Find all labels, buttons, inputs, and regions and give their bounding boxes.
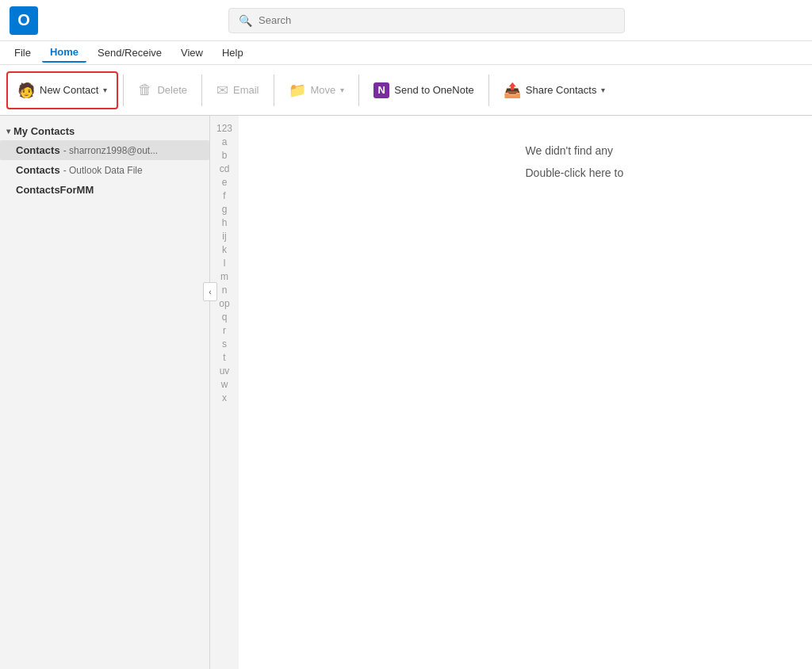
ribbon-divider-4 — [358, 75, 359, 106]
alpha-n[interactable]: n — [219, 284, 231, 296]
sidebar: ▾ My Contacts Contacts - sharronz1998@ou… — [0, 116, 210, 669]
send-to-onenote-button[interactable]: N Send to OneNote — [364, 71, 483, 109]
my-contacts-section[interactable]: ▾ My Contacts — [0, 122, 209, 140]
share-contacts-chevron-icon: ▾ — [601, 86, 605, 94]
menu-item-send-receive[interactable]: Send/Receive — [90, 44, 170, 62]
share-icon: 📤 — [504, 82, 521, 99]
contacts-email-sub: - sharronz1998@out... — [63, 145, 159, 156]
alpha-cd[interactable]: cd — [216, 162, 233, 175]
alpha-m[interactable]: m — [217, 270, 232, 283]
sidebar-item-contacts-mm[interactable]: ContactsForMM — [0, 180, 209, 200]
delete-label: Delete — [157, 84, 187, 96]
sidebar-item-contacts-email[interactable]: Contacts - sharronz1998@out... — [0, 140, 209, 160]
sidebar-collapse-button[interactable]: ‹ — [203, 282, 217, 301]
move-label: Move — [311, 84, 336, 96]
ribbon-divider-2 — [201, 75, 202, 106]
person-add-icon: 🧑 — [17, 82, 35, 99]
send-to-onenote-label: Send to OneNote — [394, 84, 473, 96]
alpha-op[interactable]: op — [216, 297, 232, 310]
move-button[interactable]: 📁 Move ▾ — [279, 71, 354, 109]
main-layout: ▾ My Contacts Contacts - sharronz1998@ou… — [0, 116, 812, 669]
alpha-r[interactable]: r — [220, 324, 229, 337]
alpha-q[interactable]: q — [219, 311, 231, 323]
empty-line1: We didn't find any — [526, 140, 813, 162]
section-collapse-icon: ▾ — [6, 127, 10, 136]
title-bar: O 🔍 — [0, 0, 812, 41]
folder-icon: 📁 — [289, 82, 306, 99]
alpha-uv[interactable]: uv — [216, 365, 233, 377]
new-contact-chevron-icon: ▾ — [103, 86, 107, 94]
content-area: We didn't find any Double-click here to — [239, 116, 812, 669]
alpha-t[interactable]: t — [220, 351, 228, 364]
alpha-g[interactable]: g — [219, 203, 231, 216]
new-contact-label: New Contact — [40, 84, 98, 96]
alpha-l[interactable]: l — [220, 257, 229, 270]
search-bar[interactable]: 🔍 — [228, 8, 625, 33]
contacts-outlook-name: Contacts — [16, 164, 60, 176]
delete-button[interactable]: 🗑 Delete — [128, 71, 197, 109]
empty-line2: Double-click here to — [526, 162, 813, 184]
menu-item-home[interactable]: Home — [42, 43, 86, 63]
share-contacts-label: Share Contacts — [526, 84, 597, 96]
menu-item-view[interactable]: View — [173, 44, 211, 62]
onenote-icon: N — [373, 82, 389, 98]
contacts-mm-name: ContactsForMM — [16, 184, 94, 196]
search-input[interactable] — [259, 14, 615, 26]
alpha-index: 123 a b cd e f g h ij k l m n op q r s t… — [210, 116, 239, 669]
ribbon-divider-1 — [123, 75, 124, 106]
menu-item-help[interactable]: Help — [214, 44, 251, 62]
email-label: Email — [233, 84, 259, 96]
share-contacts-button[interactable]: 📤 Share Contacts ▾ — [494, 71, 615, 109]
ribbon-divider-5 — [488, 75, 489, 106]
empty-state: We didn't find any Double-click here to — [526, 140, 813, 184]
move-chevron-icon: ▾ — [340, 86, 344, 94]
email-button[interactable]: ✉ Email — [207, 71, 269, 109]
contacts-outlook-sub: - Outlook Data File — [63, 165, 143, 176]
alpha-x[interactable]: x — [219, 392, 230, 404]
alpha-123[interactable]: 123 — [213, 122, 236, 135]
alpha-b[interactable]: b — [219, 149, 231, 162]
ribbon: 🧑 New Contact ▾ 🗑 Delete ✉ Email 📁 Move … — [0, 65, 812, 116]
new-contact-button[interactable]: 🧑 New Contact ▾ — [6, 71, 118, 109]
alpha-k[interactable]: k — [219, 243, 230, 256]
sidebar-item-contacts-outlook[interactable]: Contacts - Outlook Data File — [0, 160, 209, 180]
menu-bar: File Home Send/Receive View Help — [0, 41, 812, 65]
contacts-email-name: Contacts — [16, 144, 60, 156]
trash-icon: 🗑 — [138, 82, 152, 98]
alpha-w[interactable]: w — [218, 378, 232, 391]
alpha-ij[interactable]: ij — [219, 230, 229, 243]
alpha-a[interactable]: a — [219, 136, 231, 148]
menu-item-file[interactable]: File — [6, 44, 39, 62]
section-label: My Contacts — [13, 125, 75, 137]
envelope-icon: ✉ — [216, 82, 228, 99]
alpha-f[interactable]: f — [220, 189, 228, 202]
alpha-h[interactable]: h — [219, 216, 231, 229]
outlook-logo: O — [10, 6, 38, 35]
search-icon: 🔍 — [239, 14, 252, 27]
alpha-s[interactable]: s — [219, 338, 230, 350]
alpha-e[interactable]: e — [219, 176, 231, 189]
ribbon-divider-3 — [274, 75, 274, 106]
